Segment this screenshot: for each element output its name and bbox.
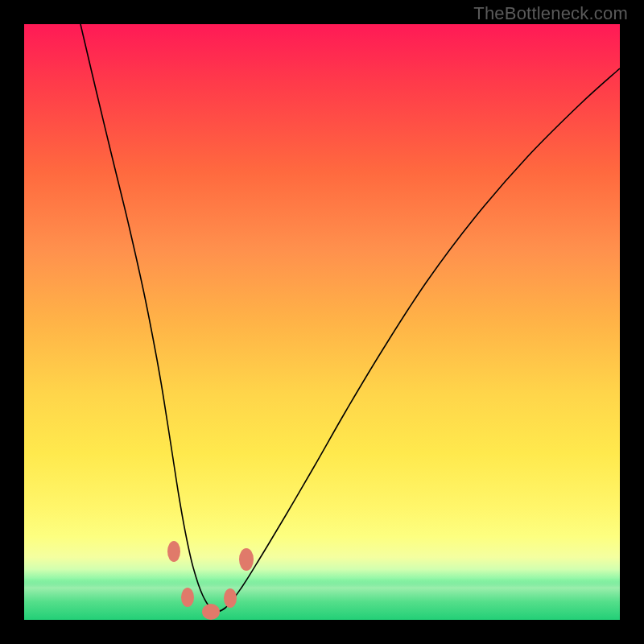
beads-group — [167, 541, 254, 620]
plot-area — [24, 24, 620, 620]
bottleneck-curve — [80, 24, 620, 612]
bead-bottom — [202, 604, 220, 620]
bead-upper-left — [167, 541, 180, 562]
watermark-text: TheBottleneck.com — [473, 3, 628, 24]
bead-lower-right — [224, 588, 237, 608]
bead-lower-left — [181, 588, 194, 607]
bead-upper-right — [239, 548, 254, 571]
chart-svg — [24, 24, 620, 620]
frame: TheBottleneck.com — [0, 0, 644, 644]
